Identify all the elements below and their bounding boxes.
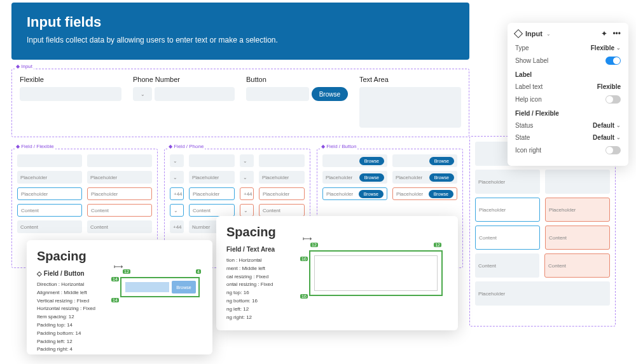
component-icon bbox=[514, 29, 523, 38]
browse-button[interactable]: Browse bbox=[429, 173, 454, 182]
field-variant[interactable] bbox=[189, 154, 235, 167]
labeltext-label: Label text bbox=[515, 83, 543, 90]
label-section: Label bbox=[515, 71, 621, 78]
more-icon[interactable]: ••• bbox=[612, 29, 621, 38]
field-variant[interactable]: PlaceholderBrowse bbox=[322, 171, 387, 184]
flexible-input[interactable] bbox=[20, 87, 121, 101]
field-variant[interactable]: Content bbox=[17, 220, 82, 233]
field-variant[interactable]: Placeholder bbox=[259, 171, 305, 184]
field-variant[interactable] bbox=[259, 154, 305, 167]
phone-prefix-select[interactable]: ⌄ bbox=[133, 87, 152, 101]
field-variant[interactable]: Placeholder bbox=[87, 171, 152, 184]
inspector-panel: Input ⌄ ✦ ••• Type Flexible⌄ Show Label … bbox=[508, 23, 628, 166]
prefix[interactable]: ⌄ bbox=[170, 171, 184, 184]
frame-label: ◆ Field / Phone bbox=[167, 144, 205, 149]
field-variant[interactable]: Browse bbox=[322, 154, 387, 167]
browse-button[interactable]: Browse bbox=[359, 173, 384, 182]
arrow-icon: ⟼ bbox=[114, 263, 123, 270]
phone-label: Phone Number bbox=[133, 76, 235, 83]
arrow-icon: ⟼ bbox=[303, 235, 312, 242]
field-variant[interactable]: Placeholder bbox=[189, 187, 235, 200]
state-select[interactable]: Default⌄ bbox=[593, 134, 621, 141]
iconright-toggle[interactable] bbox=[605, 146, 621, 154]
page-header: Input fields Input fields collect data b… bbox=[11, 3, 469, 60]
field-variant[interactable]: Content bbox=[544, 253, 610, 278]
input-variants-frame: ◆ Input Flexible Phone Number ⌄ Button B… bbox=[11, 69, 469, 137]
type-label: Type bbox=[515, 44, 529, 51]
field-variant[interactable]: Content bbox=[17, 204, 82, 217]
field-variant[interactable]: Placeholder bbox=[17, 171, 82, 184]
prefix[interactable]: ⌄ bbox=[170, 154, 184, 167]
spacing-title: Spacing bbox=[226, 225, 448, 239]
prefix[interactable]: ⌄ bbox=[240, 171, 254, 184]
field-variant[interactable]: Content bbox=[545, 226, 610, 250]
field-variant[interactable]: Placeholder bbox=[189, 171, 235, 184]
field-variant[interactable]: Content bbox=[475, 226, 540, 250]
field-variant[interactable]: Content bbox=[189, 204, 235, 217]
prefix[interactable]: ⌄ bbox=[170, 204, 184, 217]
page-title: Input fields bbox=[27, 14, 454, 30]
textarea-label: Text Area bbox=[359, 76, 461, 83]
iconright-label: Icon right bbox=[515, 147, 541, 154]
flexible-label: Flexible bbox=[20, 76, 121, 83]
field-variant[interactable]: Content bbox=[87, 204, 152, 217]
prefix[interactable]: +44 bbox=[170, 220, 184, 233]
status-label: Status bbox=[515, 122, 533, 129]
prefix[interactable]: ⌄ bbox=[240, 204, 254, 217]
spacing-panel-button: Spacing ◇ Field / Button Direction : Hor… bbox=[27, 240, 212, 354]
field-variant[interactable]: Browse bbox=[392, 154, 457, 167]
type-select[interactable]: Flexible⌄ bbox=[591, 44, 621, 51]
field-variant[interactable]: Content bbox=[259, 204, 305, 217]
field-variant[interactable] bbox=[17, 154, 82, 167]
page-subtitle: Input fields collect data by allowing us… bbox=[27, 36, 454, 44]
browse-button[interactable]: Browse bbox=[359, 157, 384, 165]
field-variant[interactable]: Placeholder bbox=[545, 198, 610, 222]
field-variant[interactable] bbox=[87, 154, 152, 167]
labeltext-value[interactable]: Flexible bbox=[597, 83, 621, 90]
field-variant[interactable]: PlaceholderBrowse bbox=[392, 171, 457, 184]
prefix[interactable]: ⌄ bbox=[240, 154, 254, 167]
field-variant[interactable]: Placeholder bbox=[87, 187, 152, 200]
frame-label: ◆ Input bbox=[15, 64, 34, 69]
button-input[interactable] bbox=[246, 87, 309, 101]
browse-button[interactable]: Browse bbox=[312, 87, 348, 101]
spacing-diagram: ⟼ 12 12 16 16 bbox=[303, 244, 449, 302]
field-variant[interactable]: PlaceholderBrowse bbox=[392, 187, 457, 200]
field-variant[interactable]: Placeholder bbox=[475, 281, 610, 306]
frame-label: ◆ Field / Button bbox=[320, 144, 357, 149]
state-label: State bbox=[515, 134, 530, 141]
browse-button[interactable]: Browse bbox=[429, 157, 454, 165]
frame-label: ◆ Field / Flexible bbox=[15, 144, 55, 149]
chevron-down-icon: ⌄ bbox=[141, 91, 145, 97]
showlabel-toggle[interactable] bbox=[605, 57, 621, 65]
flexible-column: Flexible bbox=[20, 76, 121, 128]
helpicon-toggle[interactable] bbox=[605, 95, 621, 104]
textarea-column: Text Area bbox=[359, 76, 461, 128]
field-variant[interactable]: Placeholder bbox=[475, 170, 540, 194]
field-section: Field / Flexible bbox=[515, 110, 621, 117]
field-variant[interactable]: Placeholder bbox=[17, 187, 82, 200]
field-variant[interactable] bbox=[545, 170, 610, 194]
target-icon[interactable]: ✦ bbox=[601, 29, 607, 38]
field-variant[interactable]: Content bbox=[87, 220, 152, 233]
showlabel-label: Show Label bbox=[515, 57, 548, 64]
browse-button[interactable]: Browse bbox=[359, 190, 384, 198]
field-variant[interactable]: Content bbox=[475, 253, 539, 278]
spacing-title: Spacing bbox=[37, 249, 202, 264]
chevron-down-icon[interactable]: ⌄ bbox=[546, 31, 551, 37]
spacing-panel-textarea: Spacing Field / Text Area tion : Horizon… bbox=[216, 216, 458, 330]
field-variant[interactable]: Placeholder bbox=[259, 187, 305, 200]
field-variant[interactable]: PlaceholderBrowse bbox=[322, 187, 387, 200]
textarea-input[interactable] bbox=[359, 87, 461, 128]
prefix[interactable]: +44 bbox=[170, 187, 184, 200]
prefix[interactable]: +44 bbox=[240, 187, 254, 200]
inspector-title: Input bbox=[525, 30, 543, 37]
helpicon-label: Help icon bbox=[515, 96, 542, 103]
phone-input[interactable] bbox=[155, 87, 235, 101]
button-label: Button bbox=[246, 76, 348, 83]
phone-column: Phone Number ⌄ bbox=[133, 76, 235, 128]
button-column: Button Browse bbox=[246, 76, 348, 128]
status-select[interactable]: Default⌄ bbox=[593, 122, 621, 129]
browse-button[interactable]: Browse bbox=[429, 190, 453, 198]
field-variant[interactable]: Placeholder bbox=[475, 198, 540, 222]
